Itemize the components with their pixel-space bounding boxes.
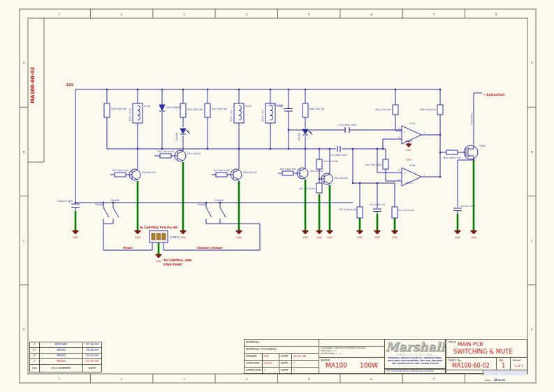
svg-text:LM393: LM393 bbox=[405, 140, 412, 143]
resistor-r43 bbox=[216, 173, 227, 177]
cap-c34 bbox=[71, 204, 80, 208]
date-value: 10-09-09 bbox=[494, 379, 505, 382]
svg-text:LED30B: LED30B bbox=[298, 133, 300, 142]
transistor-tr41 bbox=[175, 150, 186, 161]
model-value: MA100 bbox=[326, 362, 347, 369]
drawn-date: 22-01-08 bbox=[292, 354, 319, 361]
title-block: TITLE MAIN PCB SWITCHING & MUTE DWG. No.… bbox=[446, 339, 527, 374]
approved-label: APPROVED bbox=[245, 368, 263, 375]
material-thickness-label: MATERIAL THICKNESS bbox=[245, 347, 319, 354]
svg-text:8: 8 bbox=[495, 13, 497, 16]
approved-value: ? bbox=[263, 368, 279, 375]
rev-date: 07-09-09 bbox=[83, 342, 101, 348]
svg-text:R31 10K 0.6W: R31 10K 0.6W bbox=[112, 169, 129, 172]
svg-text:C43 4u7 63V: C43 4u7 63V bbox=[460, 205, 475, 208]
diode-d30 bbox=[159, 105, 165, 111]
svg-text:STAR POINT: STAR POINT bbox=[163, 263, 182, 266]
gnd-symbol: GND bbox=[357, 231, 363, 239]
svg-text:R40 20K 1W: R40 20K 1W bbox=[309, 108, 325, 110]
mosfet-tr60 bbox=[463, 145, 478, 160]
power-value: 100W bbox=[360, 362, 378, 369]
svg-text:R33 20K 1W: R33 20K 1W bbox=[187, 108, 203, 111]
cap-c110 bbox=[345, 127, 349, 133]
rev-desc: MODS bbox=[40, 348, 83, 354]
svg-text:TR43 BC182: TR43 BC182 bbox=[309, 170, 323, 173]
svg-text:TR40 BC182: TR40 BC182 bbox=[141, 171, 156, 174]
resistor-r46 bbox=[282, 171, 293, 175]
svg-text:FSW/BC: FSW/BC bbox=[198, 203, 207, 206]
marshall-logo: Marshall bbox=[385, 340, 445, 354]
svg-text:GND: GND bbox=[180, 236, 186, 239]
material-label: MATERIAL bbox=[245, 340, 319, 347]
svg-text:GND: GND bbox=[392, 236, 398, 239]
svg-text:Reset: Reset bbox=[124, 246, 133, 249]
svg-text:LED30A: LED30A bbox=[175, 132, 178, 141]
rev-header-date: DATE bbox=[83, 365, 101, 372]
rev-iss: D bbox=[30, 354, 40, 359]
schematic-sheet: 1 2 3 4 5 6 7 8 1 2 3 4 5 6 7 8 A B C D … bbox=[0, 0, 554, 392]
svg-text:R30 20K 1W: R30 20K 1W bbox=[111, 108, 126, 110]
resistor-r40 bbox=[302, 103, 308, 117]
transistor-tr61 bbox=[321, 173, 333, 184]
gnd-symbol: GND bbox=[135, 231, 141, 239]
svg-text:GND: GND bbox=[357, 236, 363, 239]
transistor-tr40 bbox=[129, 169, 140, 180]
dimensions-table: DIMENSIONS IN MM TOLERANCE (UNLESS OTHER… bbox=[319, 339, 385, 374]
cap-c43 bbox=[453, 208, 462, 211]
cap-c41 bbox=[337, 146, 340, 152]
svg-text:LM393: LM393 bbox=[405, 182, 412, 184]
date-label: DATE bbox=[279, 368, 292, 375]
svg-text:DPDT +9V: DPDT +9V bbox=[261, 110, 264, 122]
svg-text:1: 1 bbox=[423, 131, 425, 134]
gnd-symbol: GND bbox=[73, 231, 79, 239]
svg-text:R46 10K 0.6W: R46 10K 0.6W bbox=[280, 168, 297, 170]
capacitors bbox=[71, 109, 462, 212]
brand-block: Marshall AMPLIFICATION MARSHALL AMPLIFIC… bbox=[384, 339, 446, 369]
date-label: DATE bbox=[279, 354, 292, 361]
svg-text:GND: GND bbox=[73, 236, 78, 239]
svg-text:GND: GND bbox=[316, 236, 322, 239]
svg-text:R57 1K7 0.6W: R57 1K7 0.6W bbox=[299, 187, 316, 190]
svg-text:D: D bbox=[530, 328, 532, 331]
resistor-r63 bbox=[383, 159, 388, 169]
svg-text:R54 47K 0.6W: R54 47K 0.6W bbox=[398, 209, 415, 212]
svg-text:5: 5 bbox=[398, 169, 400, 172]
svg-text:GND: GND bbox=[135, 236, 140, 239]
svg-text:2: 2 bbox=[398, 136, 400, 139]
dimensional-note: DIMENSIONAL + +/- bbox=[319, 352, 384, 355]
connector-con11 bbox=[150, 231, 168, 242]
sheet-label: Sheet bbox=[511, 358, 521, 362]
svg-text:R63 10K 0.6W: R63 10K 0.6W bbox=[365, 164, 382, 166]
resistor-r31 bbox=[115, 173, 126, 177]
relays bbox=[133, 103, 275, 123]
svg-text:GND: GND bbox=[302, 236, 308, 239]
svg-text:C34 47u 63V: C34 47u 63V bbox=[57, 200, 73, 203]
svg-text:R43 10K 0.6W: R43 10K 0.6W bbox=[214, 169, 231, 172]
date-label: DATE bbox=[279, 361, 292, 368]
svg-text:4: 4 bbox=[246, 13, 248, 16]
drawn-value: S.B. bbox=[263, 354, 279, 361]
svg-text:6: 6 bbox=[370, 13, 372, 16]
drawing-canvas: 1 2 3 4 5 6 7 8 1 2 3 4 5 6 7 8 A B C D … bbox=[0, 0, 554, 392]
svg-text:To CONTROL PCB Pin HD: To CONTROL PCB Pin HD bbox=[140, 226, 178, 229]
gnd-symbol: GND bbox=[316, 231, 323, 239]
svg-text:C30 22u 50V: C30 22u 50V bbox=[267, 104, 283, 107]
svg-text:1: 1 bbox=[58, 13, 60, 16]
svg-text:C32 470n 63V: C32 470n 63V bbox=[370, 203, 386, 206]
svg-text:Extraction: Extraction bbox=[470, 113, 473, 124]
svg-text:« Extraction: « Extraction bbox=[483, 93, 505, 96]
revision-table: 1 RELEASE 07-09-09 E1 MODS 16-06-09 D MO… bbox=[29, 342, 102, 372]
rev-header-desc: ECO NUMBER bbox=[40, 365, 83, 372]
svg-text:R32 10K 0.6W: R32 10K 0.6W bbox=[158, 150, 175, 153]
gnd-symbol: GND bbox=[455, 231, 461, 239]
svg-text:TO CONTROL GND: TO CONTROL GND bbox=[163, 259, 192, 262]
resistor-r32 bbox=[160, 154, 171, 158]
cap-c32 bbox=[373, 209, 381, 212]
svg-text:3: 3 bbox=[183, 377, 185, 381]
gnd-symbol: GND bbox=[302, 231, 309, 239]
svg-text:D30 1N4007: D30 1N4007 bbox=[166, 106, 182, 109]
gnd-symbol: GND bbox=[327, 231, 333, 239]
rev-desc: RELEASE bbox=[40, 342, 83, 348]
resistor-r69 bbox=[446, 150, 458, 154]
svg-text:R51 220K 0.6W: R51 220K 0.6W bbox=[339, 208, 357, 211]
